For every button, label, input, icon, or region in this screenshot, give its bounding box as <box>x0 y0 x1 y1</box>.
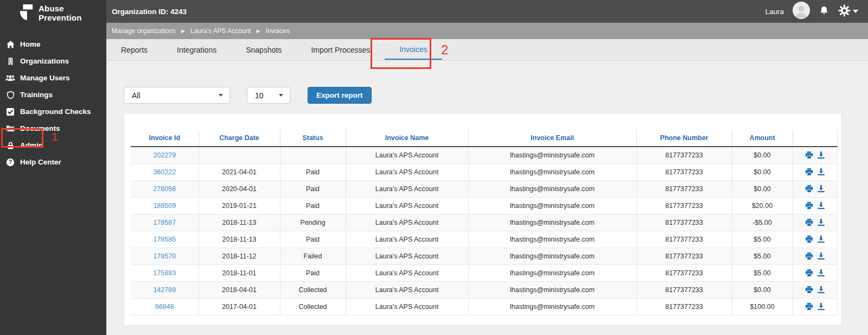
status-cell: Paid <box>280 197 346 214</box>
tab-bar: ReportsIntegrationsSnapshotsImport Proce… <box>106 39 868 61</box>
invoice-id-cell: 278056 <box>131 180 199 197</box>
download-icon[interactable] <box>817 151 825 159</box>
status-cell <box>280 147 346 163</box>
trainings-icon <box>5 90 15 99</box>
invoice-email-cell: lhastings@ministrysafe.com <box>468 281 636 298</box>
invoice-id-link[interactable]: 86848 <box>155 303 174 311</box>
invoice-table-panel: Invoice IdCharge DateStatusInvoice NameI… <box>124 113 842 326</box>
print-icon[interactable] <box>805 201 813 210</box>
breadcrumb-separator-icon: ▶ <box>181 28 185 34</box>
invoice-email-cell: lhastings@ministrysafe.com <box>468 231 636 248</box>
actions-cell <box>793 281 837 298</box>
sidebar-item-background-checks[interactable]: Background Checks <box>0 103 106 120</box>
tab-reports[interactable]: Reports <box>106 40 162 60</box>
column-header-actions <box>793 130 837 147</box>
print-icon[interactable] <box>805 218 813 226</box>
tab-invoices[interactable]: Invoices <box>385 40 442 60</box>
invoice-id-cell: 175883 <box>131 264 199 281</box>
avatar[interactable] <box>793 2 810 21</box>
invoice-id-cell: 178585 <box>131 231 199 248</box>
breadcrumb-item[interactable]: Manage organizations <box>112 27 176 35</box>
download-icon[interactable] <box>817 269 825 277</box>
documents-icon <box>5 124 15 133</box>
sidebar-item-documents[interactable]: Documents <box>0 120 106 137</box>
sidebar-item-home[interactable]: Home <box>0 36 106 53</box>
sidebar-item-manage-users[interactable]: Manage Users <box>0 69 106 86</box>
invoice-id-cell: 142789 <box>131 281 199 298</box>
tab-snapshots[interactable]: Snapshots <box>231 40 296 60</box>
breadcrumb: Manage organizations▶Laura's APS Account… <box>106 23 868 39</box>
phone-number-cell: 8177377233 <box>636 298 732 315</box>
phone-number-cell: 8177377233 <box>636 264 732 281</box>
invoice-id-cell: 178570 <box>131 248 199 264</box>
invoice-id-link[interactable]: 178585 <box>153 236 176 243</box>
page-size-select[interactable]: 10 <box>247 87 290 104</box>
amount-cell: $0.00 <box>732 281 793 298</box>
invoice-type-filter-select[interactable]: All <box>124 87 230 104</box>
print-icon[interactable] <box>805 235 813 243</box>
charge-date-cell: 2018-04-01 <box>199 281 280 298</box>
username: Laura <box>765 8 784 16</box>
invoice-id-cell: 360222 <box>131 163 199 180</box>
charge-date-cell: 2018-11-12 <box>199 248 280 264</box>
invoice-id-link[interactable]: 178570 <box>153 252 176 260</box>
invoice-id-cell: 178587 <box>131 214 199 231</box>
admin-icon <box>5 141 15 150</box>
actions-cell <box>793 197 837 214</box>
print-icon[interactable] <box>805 168 813 176</box>
sidebar-item-label: Background Checks <box>20 108 91 116</box>
breadcrumb-item[interactable]: Laura's APS Account <box>190 27 251 35</box>
column-header-amount: Amount <box>732 130 793 147</box>
sidebar-item-help-center[interactable]: ?Help Center <box>0 154 106 170</box>
row-actions <box>795 151 835 159</box>
download-icon[interactable] <box>817 302 825 311</box>
tab-import-processes[interactable]: Import Processes <box>296 40 385 60</box>
download-icon[interactable] <box>817 252 825 260</box>
settings-menu[interactable] <box>838 4 858 19</box>
invoice-email-cell: lhastings@ministrysafe.com <box>468 248 636 264</box>
gear-icon[interactable] <box>838 4 851 19</box>
download-icon[interactable] <box>817 168 825 176</box>
caret-down-icon[interactable] <box>853 10 858 13</box>
invoice-id-link[interactable]: 142789 <box>153 286 176 294</box>
phone-number-cell: 8177377233 <box>636 147 732 163</box>
invoice-id-link[interactable]: 178587 <box>153 219 176 226</box>
download-icon[interactable] <box>817 185 825 193</box>
export-report-button[interactable]: Export report <box>308 87 372 104</box>
invoice-id-link[interactable]: 360222 <box>153 168 176 176</box>
sidebar-item-label: Home <box>20 40 41 48</box>
actions-cell <box>793 163 837 180</box>
row-actions <box>795 269 835 277</box>
status-cell: Paid <box>280 180 346 197</box>
table-row: 1785852018-11-13PaidLaura's APS Accountl… <box>131 231 837 248</box>
table-row: 1885092019-01-21PaidLaura's APS Accountl… <box>131 197 837 214</box>
print-icon[interactable] <box>805 151 813 159</box>
content-area: All 10 Export report Invoice IdCharge Da… <box>106 61 868 335</box>
column-header-charge-date: Charge Date <box>199 130 280 147</box>
sidebar-item-organizations[interactable]: Organizations <box>0 53 106 69</box>
download-icon[interactable] <box>817 286 825 294</box>
download-icon[interactable] <box>817 235 825 243</box>
tab-integrations[interactable]: Integrations <box>162 40 231 60</box>
table-header-row: Invoice IdCharge DateStatusInvoice NameI… <box>131 130 837 147</box>
sidebar-item-admin[interactable]: Admin <box>0 137 106 154</box>
column-header-invoice-id: Invoice Id <box>131 130 199 147</box>
print-icon[interactable] <box>805 286 813 294</box>
download-icon[interactable] <box>817 218 825 226</box>
breadcrumb-item[interactable]: Invoices <box>266 27 290 35</box>
invoice-email-cell: lhastings@ministrysafe.com <box>468 298 636 315</box>
sidebar-item-trainings[interactable]: Trainings <box>0 86 106 103</box>
invoice-id-link[interactable]: 202279 <box>153 151 176 159</box>
print-icon[interactable] <box>805 252 813 260</box>
sidebar-item-label: Trainings <box>20 91 53 99</box>
print-icon[interactable] <box>805 302 813 311</box>
phone-number-cell: 8177377233 <box>636 180 732 197</box>
bell-icon[interactable] <box>819 5 829 18</box>
invoice-id-link[interactable]: 175883 <box>153 269 176 277</box>
print-icon[interactable] <box>805 269 813 277</box>
actions-cell <box>793 231 837 248</box>
download-icon[interactable] <box>817 201 825 210</box>
invoice-id-link[interactable]: 278056 <box>153 185 176 193</box>
invoice-id-link[interactable]: 188509 <box>153 202 176 210</box>
print-icon[interactable] <box>805 185 813 193</box>
